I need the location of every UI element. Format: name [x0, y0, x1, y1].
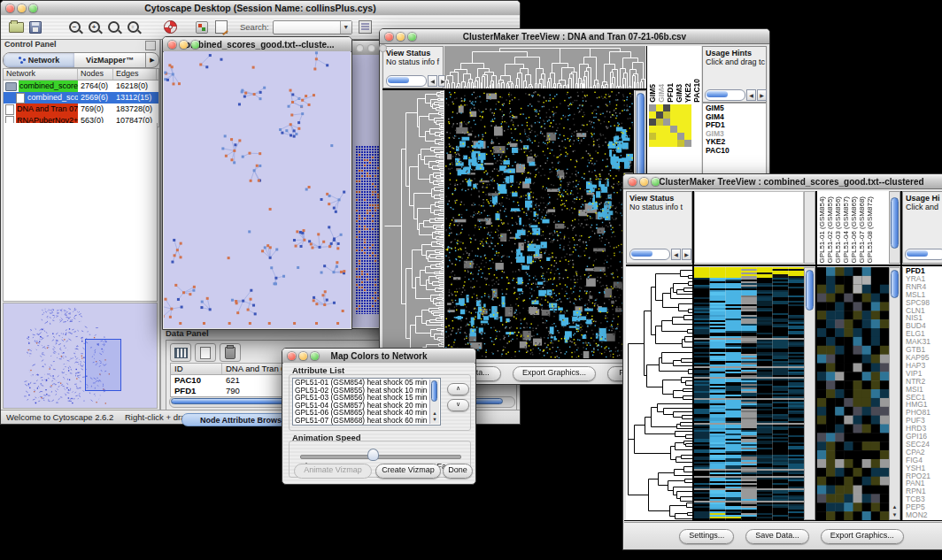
scroll-left-icon[interactable]: ◀: [671, 249, 681, 260]
matrix-cell[interactable]: [663, 104, 670, 111]
zoom-fit-button[interactable]: ▫: [123, 19, 143, 36]
vscroll-thumb[interactable]: [891, 270, 899, 298]
matrix-cell[interactable]: [677, 104, 684, 111]
hscroll-track[interactable]: [629, 249, 670, 260]
matrix-cell[interactable]: [656, 126, 663, 133]
matrix-cell[interactable]: [649, 133, 656, 140]
labels-vscrollbar[interactable]: [889, 191, 900, 264]
scroll-up-icon[interactable]: ▲: [891, 502, 899, 510]
minimize-icon[interactable]: [397, 33, 405, 41]
minimize-icon[interactable]: [640, 178, 648, 186]
chevron-down-icon[interactable]: ▼: [340, 21, 351, 34]
column-label[interactable]: GPL51-06 (GSM865): [850, 196, 858, 264]
scroll-right-icon[interactable]: ▶: [757, 89, 767, 101]
col-edges[interactable]: Edges: [113, 69, 157, 80]
matrix-cell[interactable]: [649, 119, 656, 126]
window-controls[interactable]: [629, 178, 660, 186]
vscroll-thumb[interactable]: [431, 380, 437, 402]
heatmap-canvas[interactable]: [694, 267, 804, 520]
column-label[interactable]: GPL51-02 (GSM855): [826, 196, 834, 264]
hscroll-track[interactable]: [386, 75, 427, 87]
heatmap-vscrollbar[interactable]: [804, 267, 815, 520]
close-icon[interactable]: [385, 33, 393, 41]
mini-hscrollbar[interactable]: ◀ ▶: [629, 249, 691, 260]
tab-vizmapper[interactable]: VizMapper™: [74, 53, 145, 67]
tab-network[interactable]: Network: [4, 53, 74, 67]
save-data-button[interactable]: Save Data...: [745, 529, 809, 544]
close-icon[interactable]: [168, 41, 176, 49]
matrix-cell[interactable]: [649, 140, 656, 147]
map-colors-dialog[interactable]: Map Colors to Network Attribute List GPL…: [282, 348, 476, 485]
minimize-icon[interactable]: [367, 44, 375, 52]
column-label[interactable]: YKE2: [684, 83, 692, 103]
close-icon[interactable]: [356, 44, 364, 52]
matrix-cell[interactable]: [684, 133, 691, 140]
list-scroll-arrows[interactable]: ▲▼: [430, 410, 439, 423]
row-label[interactable]: PAC10: [706, 147, 766, 156]
zoom-selected-button[interactable]: [104, 19, 123, 36]
scroll-left-icon[interactable]: ◀: [746, 89, 756, 101]
search-input[interactable]: ▼: [273, 20, 352, 35]
delete-attribute-button[interactable]: [220, 343, 241, 362]
close-icon[interactable]: [629, 178, 637, 186]
column-label[interactable]: GPL51-01 (GSM854): [818, 196, 826, 264]
matrix-cell[interactable]: [684, 104, 691, 111]
main-titlebar[interactable]: Cytoscape Desktop (Session Name: collins…: [1, 1, 520, 16]
export-graphics-button[interactable]: Export Graphics...: [821, 529, 904, 544]
matrix-cell[interactable]: [670, 111, 677, 119]
dense-network-canvas[interactable]: [356, 146, 381, 314]
select-attributes-button[interactable]: [170, 343, 191, 362]
col-id[interactable]: ID: [171, 364, 222, 374]
attribute-list[interactable]: GPL51-01 (GSM854) heat shock 05 minGPL51…: [292, 378, 441, 426]
hscroll-thumb[interactable]: [706, 91, 728, 97]
gene-label[interactable]: MON2: [906, 511, 942, 519]
scroll-right-icon[interactable]: ▶: [682, 249, 691, 260]
column-label[interactable]: GPL51-07 (GSM868): [858, 196, 866, 264]
hscroll-thumb[interactable]: [631, 250, 652, 257]
column-tree-area[interactable]: [694, 191, 804, 264]
minimize-icon[interactable]: [299, 352, 307, 360]
row-dendrogram-canvas[interactable]: [626, 267, 692, 520]
hscroll-track[interactable]: [905, 249, 942, 260]
window-controls[interactable]: [168, 41, 199, 49]
list-item[interactable]: GPL51-07 (GSM868) heat shock 60 min: [293, 417, 440, 425]
matrix-cell[interactable]: [663, 140, 670, 147]
column-label[interactable]: PFD1: [667, 83, 675, 103]
zoom-window-icon[interactable]: [379, 44, 387, 52]
matrix-cell[interactable]: [656, 133, 663, 140]
save-session-button[interactable]: [26, 19, 45, 36]
new-attribute-button[interactable]: [195, 343, 216, 362]
network-tree-row[interactable]: DNA and Tran 07769(0)183728(0): [4, 104, 158, 115]
window-controls[interactable]: [288, 352, 319, 360]
matrix-cell[interactable]: [656, 119, 663, 126]
network-overview-canvas[interactable]: [4, 303, 157, 408]
animate-vizmap-button[interactable]: Animate Vizmap: [294, 464, 372, 479]
vscroll-thumb[interactable]: [806, 270, 814, 311]
speed-slider-track[interactable]: [300, 455, 461, 459]
dialog-titlebar[interactable]: Map Colors to Network: [282, 349, 475, 364]
column-dendrogram-canvas[interactable]: [444, 46, 645, 88]
network-tree-row[interactable]: combined_sco2569(6)13112(15): [4, 92, 158, 104]
float-panel-icon[interactable]: [145, 41, 156, 50]
matrix-cell[interactable]: [684, 119, 691, 126]
matrix-cell[interactable]: [663, 133, 670, 140]
network-canvas[interactable]: [164, 51, 351, 328]
col-network[interactable]: Network: [4, 69, 78, 80]
settings-button[interactable]: Settings...: [679, 529, 734, 544]
open-session-button[interactable]: [6, 19, 26, 36]
done-button[interactable]: Done: [443, 464, 473, 479]
column-label[interactable]: GPL51-08 (GSM872): [866, 196, 874, 264]
matrix-cell[interactable]: [677, 119, 684, 126]
matrix-cell[interactable]: [677, 126, 684, 133]
network-overview-panel[interactable]: [3, 303, 158, 409]
matrix-cell[interactable]: [663, 111, 670, 119]
matrix-cell[interactable]: [663, 126, 670, 133]
matrix-cell[interactable]: [684, 111, 691, 119]
column-label[interactable]: GPL51-03 (GSM856): [834, 196, 842, 264]
matrix-cell[interactable]: [663, 119, 670, 126]
matrix-cell[interactable]: [670, 126, 677, 133]
window-controls[interactable]: [6, 4, 37, 12]
window-controls[interactable]: [385, 33, 416, 41]
hscroll-track[interactable]: [705, 89, 745, 101]
tab-overflow-arrow[interactable]: ▶: [145, 53, 158, 67]
